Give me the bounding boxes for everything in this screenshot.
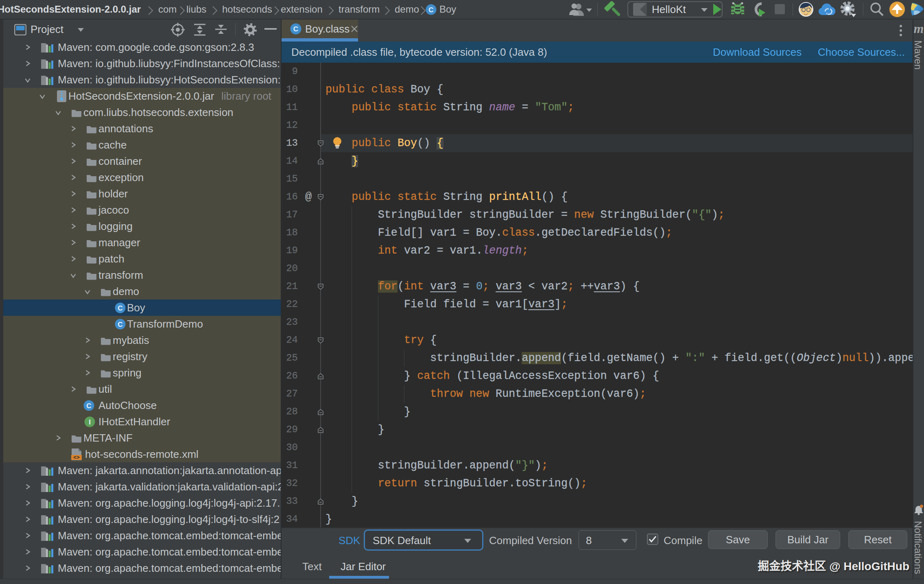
svg-text:C: C [86, 402, 91, 410]
svg-text:<>: <> [73, 455, 80, 461]
svg-text:C: C [118, 304, 122, 312]
svg-text:C: C [428, 6, 433, 14]
svg-text:I: I [89, 418, 91, 426]
svg-text:C: C [293, 25, 298, 33]
svg-text:C: C [118, 321, 122, 328]
